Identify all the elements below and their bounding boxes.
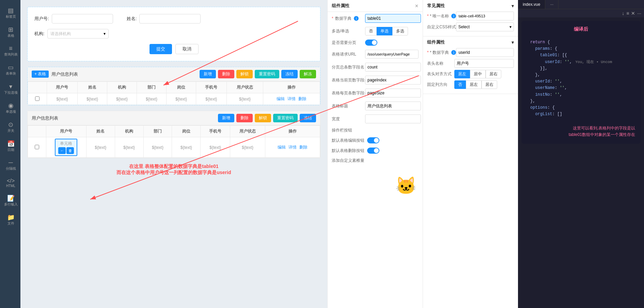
user-number-input[interactable] bbox=[52, 14, 113, 24]
bottom-annotation: 在这里 表格整体配置的数据字典是table01 而在这个表格中用户号这一列配置的… bbox=[27, 164, 320, 176]
reset-pwd-button-top[interactable]: 重置密码 bbox=[255, 70, 279, 78]
css-label: 自定义CSS样式 bbox=[427, 24, 456, 30]
vscode-arrow-down-icon[interactable]: ↓ bbox=[622, 11, 624, 16]
col-checkbox-b bbox=[28, 126, 46, 137]
header-name-input[interactable] bbox=[454, 59, 514, 68]
paginate-toggle[interactable] bbox=[365, 40, 377, 46]
sidebar-item-html[interactable]: </> HTML bbox=[0, 174, 20, 191]
header-name-row: 表头名称 bbox=[427, 59, 514, 68]
edit-btn-label: 默认表格编辑按钮 bbox=[332, 138, 364, 143]
cell-name-b: ${text} bbox=[86, 137, 115, 158]
org-select[interactable]: 请选择机构 ▾ bbox=[47, 29, 109, 38]
submit-button[interactable]: 提交 bbox=[150, 44, 172, 54]
row-checkbox[interactable] bbox=[35, 96, 40, 101]
fixed-no-btn[interactable]: 否 bbox=[454, 80, 466, 89]
page-size-label: 表格每页条数字段名 bbox=[332, 90, 362, 96]
sidebar-item-switch[interactable]: ⊙ 开关 bbox=[0, 118, 20, 137]
col-phone: 手机号 bbox=[196, 82, 226, 93]
freeze-button-bottom[interactable]: 冻结 bbox=[300, 114, 316, 122]
unlock-button-top[interactable]: 解锁 bbox=[236, 70, 253, 78]
table-title-prop-input[interactable] bbox=[365, 102, 421, 110]
row-checkbox-b[interactable] bbox=[35, 145, 39, 149]
sidebar-item-dropdown[interactable]: ▾ 下拉选项 bbox=[0, 79, 20, 98]
unlock-button-bottom[interactable]: 解锁 bbox=[255, 114, 271, 122]
cell-highlight-box[interactable]: 单元格 ← 🗑 bbox=[55, 139, 77, 156]
cell-user-number-b[interactable]: 单元格 ← 🗑 bbox=[46, 137, 86, 158]
radio-single[interactable]: 单选 bbox=[377, 27, 392, 35]
fixed-left-btn[interactable]: 居左 bbox=[466, 80, 482, 89]
comp-data-dict-input[interactable] bbox=[456, 48, 514, 57]
code-display: return { params: { table01: [{ userId: '… bbox=[527, 36, 635, 121]
cell-org-b: ${text} bbox=[115, 137, 143, 158]
css-select[interactable]: Select ▾ bbox=[456, 22, 514, 31]
delete-button-top[interactable]: 删除 bbox=[218, 70, 234, 78]
name-input[interactable] bbox=[139, 14, 201, 24]
delete-button-bottom[interactable]: 删除 bbox=[236, 114, 253, 122]
vscode-dots-icon[interactable]: ··· bbox=[637, 11, 641, 16]
data-table-top: 用户号 姓名 机构 部门 岗位 手机号 用户状态 操作 ${text} ${t bbox=[28, 81, 320, 105]
sidebar-item-select[interactable]: ◉ 单选项 bbox=[0, 98, 20, 118]
name-label: 姓名: bbox=[127, 16, 137, 22]
fixed-right-btn[interactable]: 居右 bbox=[482, 80, 497, 89]
query-url-input[interactable] bbox=[365, 50, 419, 59]
add-button-bottom[interactable]: 新增 bbox=[218, 114, 234, 122]
vscode-panel: index.vue ··· ↓ ≡ ✕ ··· 编译后 return { par… bbox=[518, 0, 644, 308]
cell-left-arrow[interactable]: ← bbox=[58, 147, 66, 154]
cancel-button[interactable]: 取消 bbox=[175, 44, 199, 54]
radio-no[interactable]: 否 bbox=[365, 27, 377, 35]
detail-link[interactable]: 详情 bbox=[287, 96, 296, 102]
edit-btn-row: 默认表格编辑按钮 bbox=[328, 135, 423, 145]
header-name-label: 表头名称 bbox=[427, 61, 454, 66]
freeze-button-top[interactable]: 冻结 bbox=[281, 70, 298, 78]
sidebar-item-multiline[interactable]: 📝 多行输入 bbox=[0, 191, 20, 210]
action-width-input[interactable] bbox=[365, 114, 421, 123]
prop-panel-header: 组件属性 ✕ bbox=[328, 0, 423, 12]
table-row: ${text} ${text} ${text} ${text} ${text} … bbox=[28, 93, 320, 105]
query-url-label: 表格请求URL bbox=[332, 51, 362, 57]
cell-action-bottom: 编辑 详情 删除 bbox=[265, 137, 320, 158]
sidebar-item-query-list[interactable]: ≡ 查询列表 bbox=[0, 42, 20, 60]
page-size-input[interactable] bbox=[365, 89, 421, 97]
character-image: 🐱 bbox=[395, 176, 417, 196]
query-url-row: 表格请求URL bbox=[328, 48, 423, 61]
col-status-b: 用户状态 bbox=[230, 126, 265, 137]
align-center-btn[interactable]: 居中 bbox=[470, 70, 486, 78]
unfreeze-button-top[interactable]: 解冻 bbox=[300, 70, 316, 78]
align-right-btn[interactable]: 居右 bbox=[486, 70, 501, 78]
data-dict-row: * 数据字典 i bbox=[328, 12, 423, 25]
unique-name-input[interactable] bbox=[456, 12, 514, 20]
add-button-top[interactable]: 新增 bbox=[200, 70, 216, 78]
sidebar-item-date[interactable]: 📅 日期 bbox=[0, 137, 20, 156]
page-size-row: 表格每页条数字段名 bbox=[328, 87, 423, 99]
total-count-input[interactable] bbox=[365, 63, 421, 72]
delete-link[interactable]: 删除 bbox=[298, 96, 307, 102]
close-icon[interactable]: ✕ bbox=[415, 3, 419, 9]
reset-pwd-button-bottom[interactable]: 重置密码 bbox=[273, 114, 298, 122]
cell-status-b: ${text} bbox=[230, 137, 265, 158]
edit-link[interactable]: 编辑 bbox=[277, 96, 285, 102]
table-title-row: 表格标题 bbox=[328, 99, 423, 112]
sidebar-item-tabs[interactable]: ▤ 标签页 bbox=[0, 3, 20, 22]
edit-link-b[interactable]: 编辑 bbox=[278, 144, 286, 150]
table-header-row-top: 用户号 姓名 机构 部门 岗位 手机号 用户状态 操作 bbox=[28, 82, 320, 93]
data-dict-input[interactable] bbox=[365, 14, 421, 23]
vscode-menu-icon[interactable]: ≡ bbox=[626, 11, 629, 16]
table-title-bottom: 用户信息列表 bbox=[32, 115, 58, 121]
table-header-top: + 表格 用户信息列表 新增 删除 解锁 重置密码 冻结 解冻 bbox=[28, 67, 320, 81]
delete-link-b[interactable]: 删除 bbox=[299, 144, 308, 150]
detail-link-b[interactable]: 详情 bbox=[288, 144, 297, 150]
current-page-input[interactable] bbox=[365, 76, 421, 84]
sidebar-item-table[interactable]: ⊞ 表格 bbox=[0, 22, 20, 42]
sidebar-item-divider[interactable]: ─ 分隔线 bbox=[0, 156, 20, 174]
vscode-tab-2[interactable]: ··· bbox=[545, 0, 559, 9]
vscode-tab-main[interactable]: index.vue bbox=[518, 0, 545, 9]
radio-multi[interactable]: 多选 bbox=[392, 27, 408, 35]
vscode-close-icon[interactable]: ✕ bbox=[631, 11, 635, 16]
sidebar-item-file[interactable]: 📁 文件 bbox=[0, 210, 20, 229]
edit-toggle[interactable] bbox=[367, 137, 379, 143]
delete-toggle[interactable] bbox=[367, 148, 379, 154]
align-left-btn[interactable]: 居左 bbox=[454, 70, 470, 78]
form-card: 用户号: 姓名: 机构: 请选择机构 ▾ 提 bbox=[27, 7, 320, 61]
sidebar-item-form-block[interactable]: ▭ 表单块 bbox=[0, 60, 20, 79]
cell-delete-btn[interactable]: 🗑 bbox=[66, 147, 74, 154]
